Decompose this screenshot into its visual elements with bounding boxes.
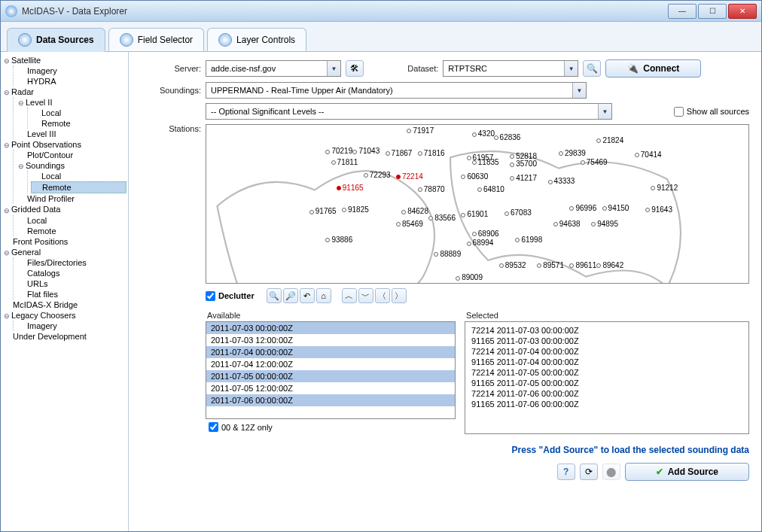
tree-leaf[interactable]: Remote bbox=[31, 118, 126, 129]
pan-down-icon[interactable]: ﹀ bbox=[358, 288, 373, 303]
tree-label[interactable]: Gridded Data bbox=[11, 205, 60, 214]
available-item[interactable]: 2011-07-06 00:00:00Z bbox=[206, 394, 455, 406]
tree-label[interactable]: Point Observations bbox=[11, 140, 81, 149]
collapse-icon[interactable]: ⊖ bbox=[4, 312, 11, 320]
help-icon[interactable]: ? bbox=[557, 464, 575, 480]
chevron-down-icon[interactable]: ▼ bbox=[572, 83, 586, 98]
tree-label[interactable]: Soundings bbox=[26, 161, 65, 170]
selected-item[interactable]: 72214 2011-07-04 00:00:00Z bbox=[471, 346, 742, 357]
minimize-button[interactable]: — bbox=[668, 4, 696, 19]
selected-list[interactable]: 72214 2011-07-03 00:00:00Z91165 2011-07-… bbox=[465, 321, 749, 434]
pan-left-icon[interactable]: 〈 bbox=[375, 288, 390, 303]
pan-right-icon[interactable]: 〉 bbox=[392, 288, 407, 303]
tree-leaf[interactable]: Local bbox=[31, 108, 126, 118]
tab-data-sources[interactable]: Data Sources bbox=[7, 28, 105, 52]
tree-leaf[interactable]: URLs bbox=[17, 278, 126, 289]
collapse-icon[interactable]: ⊖ bbox=[4, 57, 11, 65]
tree-leaf[interactable]: Local bbox=[17, 215, 126, 226]
tree-leaf[interactable]: Remote bbox=[31, 181, 126, 193]
undo-icon[interactable]: ↶ bbox=[300, 288, 315, 303]
tree-node[interactable]: ⊖General bbox=[2, 247, 126, 257]
selected-item[interactable]: 72214 2011-07-06 00:00:00Z bbox=[471, 388, 742, 399]
soundings-label: Soundings: bbox=[141, 86, 201, 95]
tab-layer-controls[interactable]: Layer Controls bbox=[207, 28, 306, 51]
tree-leaf[interactable]: Flat files bbox=[17, 289, 126, 299]
server-combo[interactable]: ▼ bbox=[206, 60, 341, 77]
collapse-icon[interactable]: ⊖ bbox=[4, 141, 11, 149]
tree-label[interactable]: Radar bbox=[11, 87, 34, 96]
tree-node[interactable]: ⊖Point Observations bbox=[2, 139, 126, 150]
selected-item[interactable]: 72214 2011-07-03 00:00:00Z bbox=[471, 325, 742, 336]
tab-field-selector[interactable]: Field Selector bbox=[108, 28, 204, 51]
tree-leaf[interactable]: Level III bbox=[17, 129, 126, 139]
selected-item[interactable]: 91165 2011-07-06 00:00:00Z bbox=[471, 399, 742, 409]
available-item[interactable]: 2011-07-03 12:00:00Z bbox=[206, 334, 455, 346]
show-all-sources-checkbox[interactable]: Show all sources bbox=[674, 107, 749, 117]
zoom-in-icon[interactable]: 🔍 bbox=[267, 288, 282, 303]
selected-item[interactable]: 91165 2011-07-05 00:00:00Z bbox=[471, 378, 742, 388]
available-item[interactable]: 2011-07-03 00:00:00Z bbox=[206, 322, 455, 334]
tree-label[interactable]: Legacy Choosers bbox=[11, 311, 76, 320]
tree-label[interactable]: Level II bbox=[26, 98, 52, 107]
chevron-down-icon[interactable]: ▼ bbox=[598, 104, 611, 119]
tree-leaf[interactable]: Imagery bbox=[17, 65, 126, 76]
tree-leaf[interactable]: Plot/Contour bbox=[17, 150, 126, 160]
declutter-label: Declutter bbox=[218, 291, 255, 300]
connect-button[interactable]: 🔌 Connect bbox=[605, 59, 701, 78]
selected-item[interactable]: 91165 2011-07-04 00:00:00Z bbox=[471, 357, 742, 367]
data-source-tree[interactable]: ⊖SatelliteImageryHYDRA⊖Radar⊖Level IILoc… bbox=[1, 52, 129, 531]
maximize-button[interactable]: ☐ bbox=[698, 4, 727, 19]
server-input[interactable] bbox=[206, 62, 327, 74]
available-item[interactable]: 2011-07-05 12:00:00Z bbox=[206, 382, 455, 394]
declutter-input[interactable] bbox=[206, 291, 215, 301]
tree-node[interactable]: ⊖Gridded Data bbox=[2, 204, 126, 214]
tree-leaf[interactable]: McIDAS-X Bridge bbox=[2, 299, 126, 310]
tree-label[interactable]: Satellite bbox=[11, 56, 41, 65]
refresh-icon[interactable]: ⟳ bbox=[580, 464, 598, 480]
tree-leaf[interactable]: HYDRA bbox=[17, 76, 126, 87]
close-button[interactable]: ✕ bbox=[728, 4, 757, 19]
tree-leaf[interactable]: Front Positions bbox=[2, 236, 126, 247]
z-only-checkbox[interactable]: 00 & 12Z only bbox=[209, 422, 456, 432]
available-item[interactable]: 2011-07-04 00:00:00Z bbox=[206, 346, 455, 358]
show-all-sources-input[interactable] bbox=[674, 107, 684, 117]
tree-leaf[interactable]: Under Development bbox=[2, 331, 126, 342]
available-item[interactable]: 2011-07-05 00:00:00Z bbox=[206, 370, 455, 382]
selected-item[interactable]: 91165 2011-07-03 00:00:00Z bbox=[471, 336, 742, 346]
dataset-combo[interactable]: ▼ bbox=[443, 60, 578, 77]
pan-up-icon[interactable]: ︿ bbox=[342, 288, 357, 303]
tree-node[interactable]: ⊖Level II bbox=[17, 97, 126, 108]
collapse-icon[interactable]: ⊖ bbox=[18, 163, 26, 170]
collapse-icon[interactable]: ⊖ bbox=[4, 89, 11, 96]
tools-icon[interactable]: 🛠 bbox=[346, 60, 364, 77]
tree-leaf[interactable]: Files/Directories bbox=[17, 257, 126, 268]
add-source-button[interactable]: ✔ Add Source bbox=[625, 463, 749, 481]
tree-label[interactable]: General bbox=[11, 248, 41, 257]
tree-node[interactable]: ⊖Radar bbox=[2, 87, 126, 97]
dataset-input[interactable] bbox=[443, 62, 564, 74]
tree-leaf[interactable]: Wind Profiler bbox=[17, 193, 126, 204]
search-icon[interactable]: 🔍 bbox=[583, 60, 601, 77]
tree-leaf[interactable]: Imagery bbox=[17, 321, 126, 331]
tree-leaf[interactable]: Catalogs bbox=[17, 268, 126, 278]
collapse-icon[interactable]: ⊖ bbox=[4, 249, 11, 257]
tree-node[interactable]: ⊖Legacy Choosers bbox=[2, 310, 126, 321]
stations-map[interactable]: 7191743207021971043718677181662836218247… bbox=[206, 124, 749, 284]
collapse-icon[interactable]: ⊖ bbox=[18, 99, 26, 107]
zoom-out-icon[interactable]: 🔎 bbox=[283, 288, 298, 303]
selected-item[interactable]: 72214 2011-07-05 00:00:00Z bbox=[471, 367, 742, 378]
available-item[interactable]: 2011-07-04 12:00:00Z bbox=[206, 358, 455, 370]
declutter-checkbox[interactable]: Declutter bbox=[206, 291, 255, 301]
optional-levels-combo[interactable]: -- Optional Significant Levels -- ▼ bbox=[206, 103, 612, 120]
collapse-icon[interactable]: ⊖ bbox=[4, 207, 11, 214]
home-icon[interactable]: ⌂ bbox=[316, 288, 331, 303]
chevron-down-icon[interactable]: ▼ bbox=[327, 61, 340, 76]
soundings-combo[interactable]: UPPERMAND - Real-Time Upper Air (Mandato… bbox=[206, 82, 587, 99]
available-list[interactable]: 2011-07-03 00:00:00Z2011-07-03 12:00:00Z… bbox=[206, 321, 456, 419]
tree-leaf[interactable]: Local bbox=[31, 171, 126, 181]
chevron-down-icon[interactable]: ▼ bbox=[564, 61, 578, 76]
tree-node[interactable]: ⊖Soundings bbox=[17, 160, 126, 171]
tree-leaf[interactable]: Remote bbox=[17, 226, 126, 236]
tree-node[interactable]: ⊖Satellite bbox=[2, 55, 126, 65]
z-only-input[interactable] bbox=[209, 422, 218, 432]
